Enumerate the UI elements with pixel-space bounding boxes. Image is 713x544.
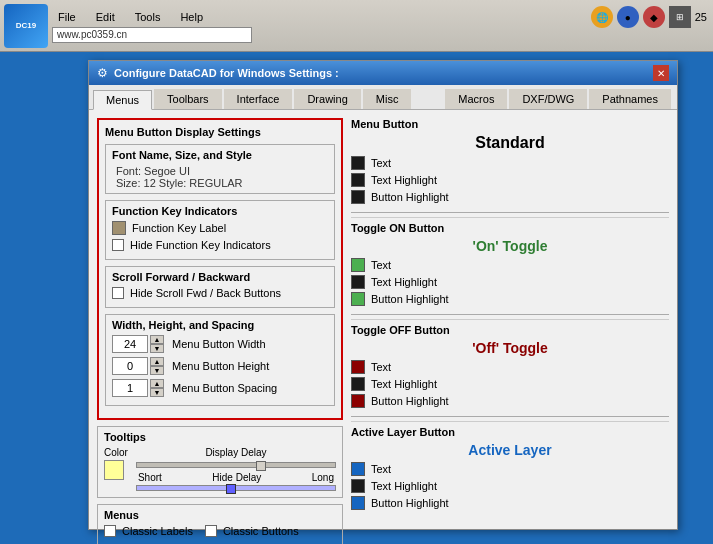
on-toggle-label: 'On' Toggle — [351, 238, 669, 254]
classic-labels-checkbox[interactable] — [104, 525, 116, 537]
label-short: Short — [138, 472, 162, 483]
dialog-title: Configure DataCAD for Windows Settings : — [114, 67, 339, 79]
toggle-off-section: Toggle OFF Button 'Off' Toggle Text Text… — [351, 319, 669, 408]
classic-labels-label: Classic Labels — [122, 525, 193, 537]
menu-button-section: Menu Button Standard Text Text Highlight… — [351, 118, 669, 204]
tab-macros[interactable]: Macros — [445, 89, 507, 109]
function-key-subsection: Function Key Indicators Function Key Lab… — [105, 200, 335, 260]
whs-subsection: Width, Height, and Spacing 24 ▲ ▼ Menu B… — [105, 314, 335, 406]
application-toolbar: DC19 File Edit Tools Help www.pc0359.cn … — [0, 0, 713, 52]
close-button[interactable]: ✕ — [653, 65, 669, 81]
spinner-spacing-value[interactable]: 1 — [112, 379, 148, 397]
tab-interface[interactable]: Interface — [224, 89, 293, 109]
delay-thumb[interactable] — [256, 461, 266, 471]
icon-blue: ● — [617, 6, 639, 28]
btn-al-text-swatch — [351, 462, 365, 476]
page-number: 25 — [695, 11, 707, 23]
spinner-height-value[interactable]: 0 — [112, 357, 148, 375]
size-label: Size: 12 Style: REGULAR — [116, 177, 328, 189]
menu-help[interactable]: Help — [174, 9, 209, 25]
menu-button-display-settings: Menu Button Display Settings Font Name, … — [97, 118, 343, 420]
toggle-on-section: Toggle ON Button 'On' Toggle Text Text H… — [351, 217, 669, 306]
fk-title: Function Key Indicators — [112, 205, 328, 217]
scroll-subsection: Scroll Forward / Backward Hide Scroll Fw… — [105, 266, 335, 308]
app-logo: DC19 — [4, 4, 48, 48]
tab-bar: Menus Toolbars Interface Drawing Misc Ma… — [89, 85, 677, 110]
btn-off-highlight-label: Text Highlight — [371, 378, 437, 390]
hide-scroll-row: Hide Scroll Fwd / Back Buttons — [112, 287, 328, 299]
configure-dialog: ⚙ Configure DataCAD for Windows Settings… — [88, 60, 678, 530]
classic-buttons-checkbox[interactable] — [205, 525, 217, 537]
classic-buttons-label: Classic Buttons — [223, 525, 299, 537]
btn-text-swatch-1 — [351, 156, 365, 170]
btn-on-btn-highlight-row: Button Highlight — [351, 292, 669, 306]
menu-edit[interactable]: Edit — [90, 9, 121, 25]
color-swatch-yellow[interactable] — [104, 460, 124, 480]
spinner-width-arrows[interactable]: ▲ ▼ — [150, 335, 164, 353]
btn-on-highlight-row: Text Highlight — [351, 275, 669, 289]
active-layer-title: Active Layer Button — [351, 426, 669, 438]
toggle-off-title: Toggle OFF Button — [351, 324, 669, 336]
hide-delay-slider[interactable] — [136, 485, 336, 491]
tab-dxf-dwg[interactable]: DXF/DWG — [509, 89, 587, 109]
scroll-title: Scroll Forward / Backward — [112, 271, 328, 283]
spinner-height-arrows[interactable]: ▲ ▼ — [150, 357, 164, 375]
spinner-spacing-arrows[interactable]: ▲ ▼ — [150, 379, 164, 397]
left-panel: Menu Button Display Settings Font Name, … — [97, 118, 343, 518]
menu-button-title: Menu Button — [351, 118, 669, 130]
tab-toolbars[interactable]: Toolbars — [154, 89, 222, 109]
spinner-height-label: Menu Button Height — [172, 360, 269, 372]
btn-on-text-row: Text — [351, 258, 669, 272]
btn-text-label-1: Text — [371, 157, 391, 169]
active-layer-section: Active Layer Button Active Layer Text Te… — [351, 421, 669, 510]
menu-file[interactable]: File — [52, 9, 82, 25]
btn-btn-highlight-label-1: Button Highlight — [371, 191, 449, 203]
tab-menus[interactable]: Menus — [93, 90, 152, 110]
font-subsection: Font Name, Size, and Style Font: Segoe U… — [105, 144, 335, 194]
btn-al-btn-highlight-swatch — [351, 496, 365, 510]
section-title: Menu Button Display Settings — [105, 126, 335, 138]
tooltips-title: Tooltips — [104, 431, 336, 443]
dialog-icon: ⚙ — [97, 66, 108, 80]
divider-1 — [351, 212, 669, 213]
btn-text-row-1: Text — [351, 156, 669, 170]
spinner-spacing-up[interactable]: ▲ — [150, 379, 164, 388]
icon-grid: ⊞ — [669, 6, 691, 28]
spinner-width-label: Menu Button Width — [172, 338, 266, 350]
hide-scroll-checkbox[interactable] — [112, 287, 124, 299]
tooltips-section: Tooltips Color Display Delay Short Hide — [97, 426, 343, 498]
delay-group: Display Delay Short Hide Delay Long — [136, 447, 336, 493]
function-key-label-row: Function Key Label — [112, 221, 328, 235]
btn-al-btn-highlight-row: Button Highlight — [351, 496, 669, 510]
display-delay-slider[interactable] — [136, 462, 336, 468]
btn-off-text-label: Text — [371, 361, 391, 373]
url-bar[interactable]: www.pc0359.cn — [57, 29, 127, 40]
menu-tools[interactable]: Tools — [129, 9, 167, 25]
btn-on-text-label: Text — [371, 259, 391, 271]
right-panel: Menu Button Standard Text Text Highlight… — [351, 118, 669, 518]
btn-off-btn-highlight-swatch — [351, 394, 365, 408]
divider-2 — [351, 314, 669, 315]
tab-drawing[interactable]: Drawing — [294, 89, 360, 109]
spinner-spacing-down[interactable]: ▼ — [150, 388, 164, 397]
btn-off-btn-highlight-row: Button Highlight — [351, 394, 669, 408]
dialog-content: Menu Button Display Settings Font Name, … — [89, 110, 677, 526]
classic-buttons-row: Classic Buttons — [205, 525, 299, 537]
spinner-width-up[interactable]: ▲ — [150, 335, 164, 344]
spinner-height-up[interactable]: ▲ — [150, 357, 164, 366]
color-label: Color — [104, 447, 128, 458]
hide-delay-thumb[interactable] — [226, 484, 236, 494]
spinner-row-spacing: 1 ▲ ▼ Menu Button Spacing — [112, 379, 328, 397]
spinner-width-down[interactable]: ▼ — [150, 344, 164, 353]
spinner-row-width: 24 ▲ ▼ Menu Button Width — [112, 335, 328, 353]
tab-misc[interactable]: Misc — [363, 89, 412, 109]
off-toggle-label: 'Off' Toggle — [351, 340, 669, 356]
tab-pathnames[interactable]: Pathnames — [589, 89, 671, 109]
spinner-height-down[interactable]: ▼ — [150, 366, 164, 375]
btn-highlight-swatch-1 — [351, 173, 365, 187]
btn-off-btn-highlight-label: Button Highlight — [371, 395, 449, 407]
menus-title: Menus — [104, 509, 336, 521]
spinner-width-value[interactable]: 24 — [112, 335, 148, 353]
toggle-on-title: Toggle ON Button — [351, 222, 669, 234]
hide-fk-checkbox[interactable] — [112, 239, 124, 251]
